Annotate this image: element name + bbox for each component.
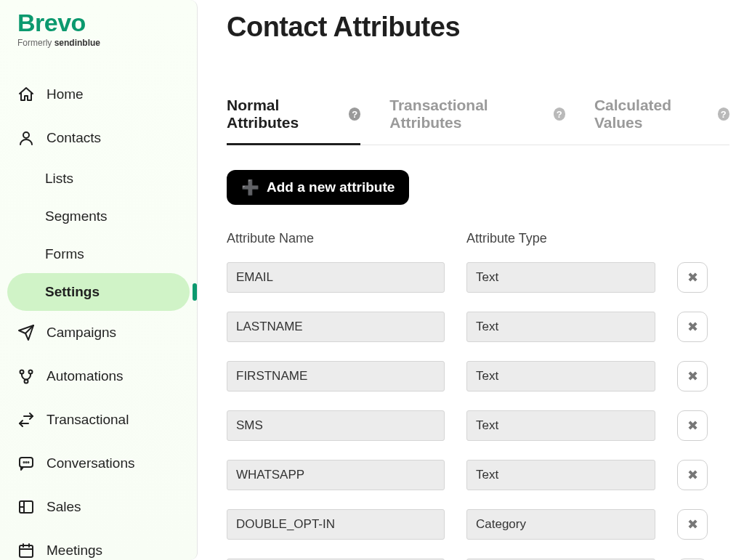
sidebar-item-meetings[interactable]: Meetings [0, 529, 197, 560]
attribute-name-input[interactable] [227, 262, 445, 293]
svg-point-7 [28, 462, 29, 463]
svg-point-6 [26, 462, 27, 463]
add-attribute-button[interactable]: ➕ Add a new attribute [227, 170, 409, 205]
attribute-rows: ✖✖✖✖✖✖✖ [227, 262, 729, 560]
attribute-name-input[interactable] [227, 361, 445, 391]
svg-rect-11 [20, 545, 33, 557]
column-header-name: Attribute Name [227, 231, 445, 246]
attribute-type-input[interactable] [466, 460, 655, 490]
help-icon[interactable]: ? [554, 107, 565, 121]
sidebar-item-campaigns[interactable]: Campaigns [0, 311, 197, 354]
sidebar-item-label: Home [46, 86, 84, 102]
user-icon [17, 129, 35, 147]
help-icon[interactable]: ? [718, 107, 729, 121]
sidebar-item-sales[interactable]: Sales [0, 485, 197, 529]
delete-attribute-button[interactable]: ✖ [677, 361, 708, 391]
delete-attribute-button[interactable]: ✖ [677, 262, 708, 293]
sidebar-subitem-lists[interactable]: Lists [0, 160, 197, 198]
sidebar-item-automations[interactable]: Automations [0, 354, 197, 398]
tab-bar: Normal Attributes?Transactional Attribut… [227, 97, 729, 145]
tab-normal-attributes[interactable]: Normal Attributes? [227, 97, 360, 145]
attribute-name-input[interactable] [227, 410, 445, 441]
sidebar: Brevo Formerly sendinblue HomeContactsLi… [0, 0, 198, 560]
sidebar-nav: HomeContactsListsSegmentsFormsSettingsCa… [0, 73, 197, 560]
brand-logo: Brevo [17, 10, 179, 35]
column-header-type: Attribute Type [466, 231, 655, 246]
brand-tagline-prefix: Formerly [17, 38, 54, 48]
attribute-row: ✖ [227, 361, 729, 391]
brand: Brevo Formerly sendinblue [0, 10, 197, 52]
add-attribute-label: Add a new attribute [267, 179, 395, 195]
tab-label: Calculated Values [594, 97, 712, 131]
page-title: Contact Attributes [227, 12, 729, 43]
plus-icon: ➕ [241, 180, 259, 195]
tab-transactional-attributes[interactable]: Transactional Attributes? [389, 97, 565, 145]
close-icon: ✖ [687, 418, 698, 434]
sidebar-item-label: Transactional [46, 412, 129, 428]
home-icon [17, 86, 35, 103]
tab-calculated-values[interactable]: Calculated Values? [594, 97, 729, 145]
attribute-row: ✖ [227, 460, 729, 490]
svg-point-0 [23, 132, 29, 138]
sidebar-item-conversations[interactable]: Conversations [0, 442, 197, 485]
tab-label: Transactional Attributes [389, 97, 547, 131]
close-icon: ✖ [687, 269, 698, 285]
brand-tagline-bold: sendinblue [54, 38, 100, 48]
sidebar-item-label: Campaigns [46, 325, 116, 341]
sidebar-item-label: Meetings [46, 543, 102, 559]
attribute-row: ✖ [227, 262, 729, 293]
calendar-icon [17, 542, 35, 559]
board-icon [17, 498, 35, 516]
attribute-type-input[interactable] [466, 509, 655, 540]
attribute-name-input[interactable] [227, 509, 445, 540]
attribute-name-input[interactable] [227, 312, 445, 342]
sidebar-subitem-label: Lists [45, 171, 73, 187]
sidebar-item-label: Contacts [46, 130, 101, 146]
send-icon [17, 324, 35, 341]
close-icon: ✖ [687, 467, 698, 483]
help-icon[interactable]: ? [349, 107, 360, 121]
close-icon: ✖ [687, 368, 698, 384]
sidebar-item-label: Automations [46, 368, 124, 384]
attribute-type-input[interactable] [466, 262, 655, 293]
sidebar-item-contacts[interactable]: Contacts [0, 116, 197, 160]
arrows-icon [17, 411, 35, 429]
delete-attribute-button[interactable]: ✖ [677, 509, 708, 540]
attribute-row: ✖ [227, 410, 729, 441]
branch-icon [17, 368, 35, 385]
attribute-headers: Attribute Name Attribute Type [227, 231, 729, 246]
sidebar-subitem-label: Forms [45, 246, 84, 262]
attribute-type-input[interactable] [466, 312, 655, 342]
attribute-row: ✖ [227, 509, 729, 540]
attribute-row: ✖ [227, 312, 729, 342]
sidebar-item-home[interactable]: Home [0, 73, 197, 116]
close-icon: ✖ [687, 319, 698, 335]
sidebar-item-label: Sales [46, 499, 81, 515]
delete-attribute-button[interactable]: ✖ [677, 410, 708, 441]
chat-icon [17, 455, 35, 472]
sidebar-subitem-label: Segments [45, 208, 108, 224]
tab-label: Normal Attributes [227, 97, 343, 131]
brand-tagline: Formerly sendinblue [17, 38, 179, 48]
sidebar-subitem-label: Settings [45, 284, 100, 300]
attributes-section: Attribute Name Attribute Type ✖✖✖✖✖✖✖ [227, 231, 729, 560]
attribute-type-input[interactable] [466, 410, 655, 441]
attribute-name-input[interactable] [227, 460, 445, 490]
sidebar-sublist: ListsSegmentsFormsSettings [0, 160, 197, 311]
sidebar-subitem-forms[interactable]: Forms [0, 235, 197, 273]
main-content: Contact Attributes Normal Attributes?Tra… [198, 0, 744, 560]
sidebar-subitem-segments[interactable]: Segments [0, 198, 197, 235]
close-icon: ✖ [687, 516, 698, 532]
attribute-type-input[interactable] [466, 361, 655, 391]
sidebar-subitem-settings[interactable]: Settings [7, 273, 190, 311]
delete-attribute-button[interactable]: ✖ [677, 460, 708, 490]
delete-attribute-button[interactable]: ✖ [677, 312, 708, 342]
svg-point-5 [24, 462, 25, 463]
sidebar-item-label: Conversations [46, 455, 134, 471]
sidebar-item-transactional[interactable]: Transactional [0, 398, 197, 442]
